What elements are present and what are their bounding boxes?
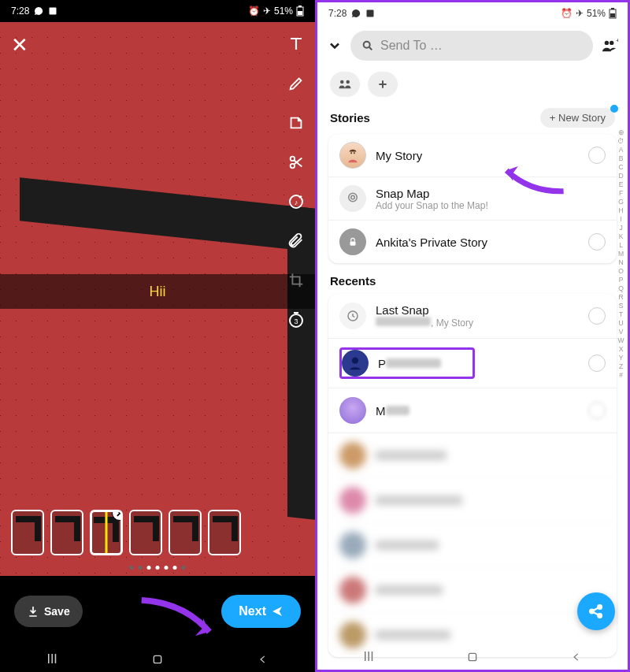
text-tool-icon[interactable] [285, 33, 307, 55]
snap-editor-canvas[interactable]: ✕ ♪ [0, 22, 315, 576]
recent-contact-row[interactable] [328, 523, 617, 568]
alpha-index-letter[interactable]: D [618, 172, 623, 180]
alpha-index-letter[interactable]: T [619, 310, 623, 318]
snap-thumbnail[interactable] [129, 510, 162, 555]
gallery-icon [365, 9, 375, 18]
page-indicator [130, 566, 186, 570]
search-input[interactable]: Send To … [350, 31, 593, 61]
bitmoji-avatar-icon [339, 142, 366, 169]
alpha-index-letter[interactable]: S [619, 302, 624, 310]
alarm-icon: ⏰ [561, 8, 573, 19]
recents-nav-icon[interactable]: III [363, 650, 373, 664]
alpha-index-letter[interactable]: N [618, 258, 623, 266]
alpha-index-letter[interactable]: B [619, 154, 624, 162]
select-ring[interactable] [588, 355, 606, 372]
back-nav-icon[interactable] [571, 652, 582, 663]
alpha-index-letter[interactable]: ⊕ [618, 128, 624, 136]
snapmap-row[interactable]: Snap Map Add your Snap to the Map! [328, 177, 617, 221]
alarm-icon: ⏰ [248, 6, 260, 17]
add-friends-icon[interactable]: + [601, 39, 618, 53]
private-story-row[interactable]: Ankita's Private Story [328, 221, 617, 263]
whatsapp-icon [34, 6, 43, 16]
alpha-index-letter[interactable]: A [619, 146, 624, 154]
alpha-index-letter[interactable]: I [620, 215, 621, 223]
battery-text: 51% [274, 6, 293, 17]
snap-thumbnail-selected[interactable]: ✕ [90, 510, 123, 555]
home-nav-icon[interactable] [151, 653, 164, 666]
mystory-row[interactable]: My Story [328, 134, 617, 177]
alpha-index-letter[interactable]: M [618, 250, 624, 258]
blurred-contacts [328, 433, 617, 657]
alpha-index-letter[interactable]: P [619, 276, 624, 284]
next-button[interactable]: Next [221, 595, 301, 628]
scissors-tool-icon[interactable] [285, 151, 307, 173]
alpha-index-letter[interactable]: O [618, 267, 624, 275]
alpha-index-letter[interactable]: X [619, 345, 624, 353]
alpha-index-letter[interactable]: H [618, 206, 623, 214]
select-ring[interactable] [588, 402, 606, 419]
svg-text:+: + [616, 39, 618, 44]
battery-text: 51% [587, 8, 606, 19]
stories-section-header: Stories + New Story [317, 105, 628, 134]
battery-icon [609, 8, 617, 19]
select-ring[interactable] [588, 307, 606, 325]
remove-snap-button[interactable]: ✕ [112, 510, 123, 521]
attachment-tool-icon[interactable] [285, 230, 307, 252]
alpha-index-letter[interactable]: Q [618, 284, 624, 292]
collapse-chevron-icon[interactable] [327, 38, 343, 54]
groups-chip[interactable] [330, 72, 360, 97]
share-fab-button[interactable] [577, 592, 615, 630]
snap-thumbnails-row: ✕ [11, 510, 241, 555]
snap-thumbnail[interactable] [169, 510, 202, 555]
back-nav-icon[interactable] [258, 654, 269, 665]
alpha-index-letter[interactable]: C [618, 163, 623, 171]
alpha-index-letter[interactable]: R [618, 293, 623, 301]
recent-contact-row[interactable]: P [328, 339, 617, 388]
select-ring[interactable] [588, 147, 606, 164]
alpha-index-letter[interactable]: Z [619, 362, 623, 370]
snap-thumbnail[interactable] [11, 510, 44, 555]
caption-bar[interactable]: Hii [0, 274, 315, 309]
next-button-label: Next [239, 604, 266, 618]
alpha-index-letter[interactable]: J [619, 224, 622, 232]
alpha-index-letter[interactable]: F [619, 189, 623, 197]
recents-nav-icon[interactable]: III [46, 652, 57, 666]
recent-contact-row[interactable] [328, 478, 617, 523]
close-button[interactable]: ✕ [11, 33, 28, 58]
home-nav-icon[interactable] [466, 651, 479, 663]
sticker-tool-icon[interactable] [285, 112, 307, 134]
alpha-index-letter[interactable]: L [619, 241, 623, 249]
alpha-index-letter[interactable]: K [619, 232, 624, 240]
recent-contact-row[interactable] [328, 568, 617, 613]
add-chip[interactable] [368, 72, 398, 97]
silhouette-avatar-icon [342, 350, 369, 377]
alpha-index-letter[interactable]: U [618, 319, 623, 327]
editor-bottom-bar: Save Next [0, 576, 315, 647]
alpha-index-letter[interactable]: V [619, 328, 624, 336]
recent-contact-row[interactable]: M [328, 388, 617, 433]
timer-tool-icon[interactable]: 3 [285, 309, 307, 331]
share-icon [587, 603, 605, 620]
new-story-button[interactable]: + New Story [540, 108, 615, 128]
private-story-label: Ankita's Private Story [376, 236, 579, 249]
select-ring[interactable] [588, 233, 606, 251]
lastsnap-row[interactable]: Last Snap , My Story [328, 294, 617, 339]
snap-thumbnail[interactable] [50, 510, 83, 555]
airplane-icon: ✈ [576, 8, 584, 19]
alpha-index-letter[interactable]: G [618, 198, 624, 206]
recent-contact-row[interactable] [328, 433, 617, 478]
pencil-tool-icon[interactable] [285, 72, 307, 95]
alpha-index-letter[interactable]: W [617, 336, 624, 344]
alpha-index[interactable]: ⊕⏱ABCDEFGHIJKLMNOPQRSTUVWXYZ# [617, 128, 624, 379]
lastsnap-sub: , My Story [376, 317, 579, 329]
snap-thumbnail[interactable] [208, 510, 241, 555]
svg-rect-11 [367, 10, 374, 17]
svg-rect-0 [50, 8, 57, 15]
alpha-index-letter[interactable]: ⏱ [617, 137, 624, 145]
alpha-index-letter[interactable]: # [619, 371, 623, 379]
alpha-index-letter[interactable]: E [619, 180, 624, 188]
map-pin-icon [339, 185, 366, 212]
music-tool-icon[interactable]: ♪ [285, 191, 307, 213]
save-button[interactable]: Save [14, 596, 83, 627]
alpha-index-letter[interactable]: Y [619, 354, 624, 362]
